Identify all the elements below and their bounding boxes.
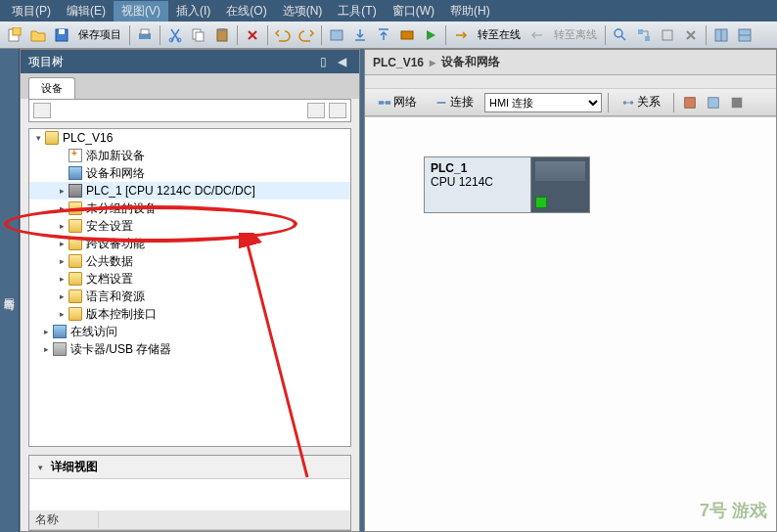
- expand-icon[interactable]: ▸: [57, 239, 67, 248]
- tree-view-icon[interactable]: [33, 103, 51, 118]
- add-icon: [69, 149, 82, 162]
- project-tree[interactable]: ▾PLC_V16添加新设备设备和网络▸PLC_1 [CPU 1214C DC/D…: [28, 128, 351, 447]
- expand-icon[interactable]: ▸: [57, 221, 67, 231]
- svg-rect-12: [331, 30, 343, 40]
- tab-devices[interactable]: 设备: [28, 77, 75, 99]
- expand-icon[interactable]: ▸: [41, 327, 51, 336]
- detail-title: 详细视图: [51, 459, 98, 475]
- network-button[interactable]: 网络: [371, 91, 424, 113]
- tree-label: 设备和网络: [86, 165, 145, 182]
- close-icon[interactable]: [680, 24, 702, 46]
- net-icon: [53, 325, 67, 338]
- tree-item[interactable]: 添加新设备: [29, 147, 350, 164]
- expand-icon[interactable]: [57, 168, 67, 178]
- menu-item[interactable]: 项目(P): [4, 1, 59, 22]
- expand-icon[interactable]: [57, 151, 67, 160]
- tree-item[interactable]: ▸文档设置: [29, 270, 350, 288]
- pane-pin-icon[interactable]: ▯: [320, 55, 334, 68]
- tree-label: PLC_V16: [63, 131, 113, 145]
- svg-rect-28: [685, 97, 696, 108]
- hmi-connection-select[interactable]: HMI 连接: [484, 93, 602, 112]
- connect-button[interactable]: 连接: [428, 91, 480, 113]
- device-plc1[interactable]: PLC_1 CPU 1214C: [424, 156, 590, 213]
- open-project-icon[interactable]: [27, 24, 49, 46]
- go-offline-icon[interactable]: [526, 24, 548, 46]
- menu-item[interactable]: 编辑(E): [59, 1, 114, 22]
- zoom-icon[interactable]: [680, 93, 700, 112]
- redo-icon[interactable]: [296, 24, 317, 46]
- tree-root[interactable]: ▾PLC_V16: [29, 129, 350, 147]
- start-icon[interactable]: [420, 24, 441, 46]
- paste-icon[interactable]: [211, 24, 233, 46]
- menu-item[interactable]: 在线(O): [218, 1, 274, 22]
- expand-icon[interactable]: ▸: [57, 274, 67, 284]
- compile-icon[interactable]: [326, 24, 347, 46]
- menu-item[interactable]: 窗口(W): [385, 1, 442, 22]
- tree-item[interactable]: ▸安全设置: [29, 217, 350, 235]
- menu-item[interactable]: 工具(T): [330, 1, 384, 22]
- tree-item[interactable]: ▸版本控制接口: [29, 305, 350, 323]
- expand-icon[interactable]: ▸: [57, 203, 67, 213]
- side-tab[interactable]: 备与网络: [0, 49, 20, 532]
- menu-item[interactable]: 帮助(H): [442, 1, 498, 22]
- pane-collapse-icon[interactable]: ◀: [338, 55, 351, 68]
- expand-icon[interactable]: ▸: [57, 291, 67, 301]
- tree-item[interactable]: ▸公共数据: [29, 252, 350, 270]
- device-cpu: CPU 1214C: [431, 175, 525, 189]
- upload-icon[interactable]: [373, 24, 394, 46]
- details-view-icon[interactable]: [329, 103, 346, 118]
- tree-item[interactable]: ▸在线访问: [29, 323, 350, 340]
- list-view-icon[interactable]: [307, 103, 325, 118]
- breadcrumb-root[interactable]: PLC_V16: [373, 56, 424, 69]
- relation-button[interactable]: 关系: [615, 91, 667, 113]
- network-canvas[interactable]: PLC_1 CPU 1214C: [365, 116, 776, 531]
- svg-point-26: [630, 101, 634, 105]
- breadcrumb: PLC_V16 ▸ 设备和网络: [365, 50, 776, 75]
- expand-icon[interactable]: ▾: [33, 133, 43, 143]
- tree-item[interactable]: ▸PLC_1 [CPU 1214C DC/DC/DC]: [29, 182, 350, 200]
- tree-item[interactable]: 设备和网络: [29, 164, 350, 182]
- menu-item[interactable]: 选项(N): [275, 1, 331, 22]
- layout-icon[interactable]: [727, 93, 747, 112]
- cut-icon[interactable]: [164, 24, 186, 46]
- expand-icon[interactable]: ▸: [57, 309, 67, 319]
- breadcrumb-leaf[interactable]: 设备和网络: [441, 54, 500, 70]
- undo-icon[interactable]: [272, 24, 294, 46]
- copy-icon[interactable]: [188, 24, 209, 46]
- tree-item[interactable]: ▸未分组的设备: [29, 200, 350, 217]
- simulate-icon[interactable]: [396, 24, 418, 46]
- split-h-icon[interactable]: [710, 24, 732, 46]
- tree-item[interactable]: ▸语言和资源: [29, 288, 350, 305]
- expand-icon[interactable]: ▸: [41, 344, 51, 354]
- folder-icon: [69, 219, 82, 233]
- tree-item[interactable]: ▸读卡器/USB 存储器: [29, 340, 350, 358]
- search-icon[interactable]: [610, 24, 631, 46]
- delete-icon[interactable]: [242, 24, 263, 46]
- menu-item[interactable]: 视图(V): [114, 1, 168, 22]
- cross-ref-icon[interactable]: [633, 24, 655, 46]
- folder-icon: [69, 237, 82, 250]
- tree-item[interactable]: ▸跨设备功能: [29, 235, 350, 252]
- project-tree-pane: 项目树 ▯ ◀ 设备 ▾PLC_V16添加新设备设备和网络▸PLC_1 [CPU…: [20, 49, 360, 532]
- card-icon: [53, 342, 67, 356]
- download-icon[interactable]: [349, 24, 371, 46]
- expand-icon[interactable]: ▸: [57, 256, 67, 266]
- detail-expand-icon[interactable]: ▾: [35, 463, 45, 472]
- menu-item[interactable]: 插入(I): [168, 1, 218, 22]
- save-icon[interactable]: [51, 24, 72, 46]
- expand-icon[interactable]: ▸: [57, 186, 67, 196]
- watermark: 7号 游戏: [700, 499, 767, 522]
- grid-icon[interactable]: [704, 93, 723, 112]
- svg-rect-3: [59, 29, 65, 34]
- folder-icon: [69, 272, 82, 286]
- accessible-icon[interactable]: [657, 24, 678, 46]
- go-online-icon[interactable]: [450, 24, 472, 46]
- go-offline-label: 转至离线: [550, 27, 601, 42]
- tree-label: 在线访问: [70, 324, 117, 340]
- new-project-icon[interactable]: [4, 24, 25, 46]
- print-icon[interactable]: [134, 24, 156, 46]
- folder-icon: [69, 254, 82, 268]
- split-v-icon[interactable]: [734, 24, 755, 46]
- svg-rect-29: [708, 97, 719, 108]
- svg-point-14: [615, 29, 622, 37]
